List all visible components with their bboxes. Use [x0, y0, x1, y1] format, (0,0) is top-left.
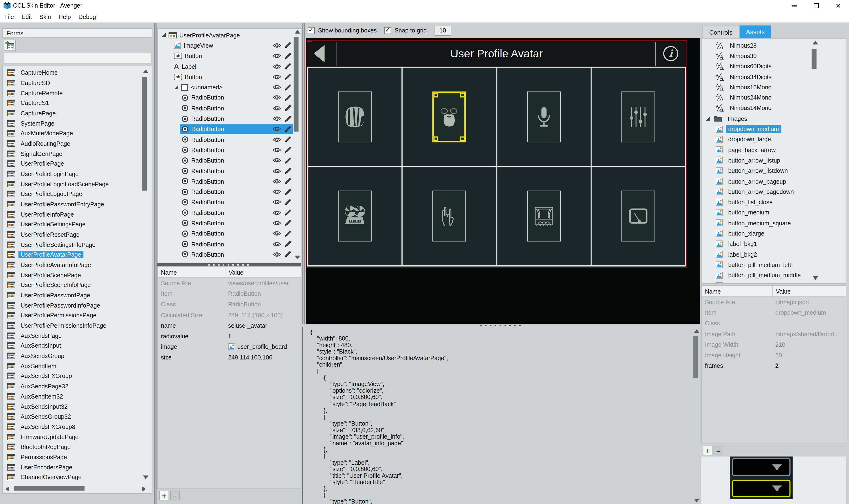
forms-search-input[interactable]	[4, 53, 151, 64]
selection-handle[interactable]	[460, 136, 465, 141]
visibility-eye-icon[interactable]	[273, 116, 281, 121]
remove-asset-button[interactable]: –	[714, 446, 723, 455]
visibility-eye-icon[interactable]	[273, 189, 281, 195]
selection-handle[interactable]	[434, 92, 439, 97]
asset-item[interactable]: Images	[702, 113, 846, 124]
avatar-tile[interactable]	[497, 68, 590, 166]
form-list-item[interactable]: UserProfileLoginLoadScenePage	[3, 179, 152, 189]
asset-item[interactable]: button_arrow_pagedown	[702, 186, 846, 197]
tab-assets[interactable]: Assets	[740, 25, 771, 38]
visibility-eye-icon[interactable]	[273, 95, 281, 101]
remove-element-button[interactable]: –	[170, 490, 180, 500]
expander-icon[interactable]	[161, 33, 166, 37]
asset-item[interactable]: page_back_arrow	[702, 145, 846, 155]
tree-scroll-up-icon[interactable]	[295, 30, 300, 34]
tree-properties-splitter[interactable]	[157, 263, 301, 267]
tree-item[interactable]: RadioButton	[158, 249, 301, 260]
form-list-item[interactable]: UserProfilePasswordInfoPage	[3, 300, 152, 310]
tree-scroll-down-icon[interactable]	[295, 256, 300, 259]
form-list-item[interactable]: UserProfilePermissionsInfoPage	[3, 320, 152, 330]
grid-size-input[interactable]: 10	[434, 25, 451, 36]
visibility-eye-icon[interactable]	[273, 43, 281, 48]
form-list-item[interactable]: PermissionsPage	[3, 452, 152, 462]
form-list-item[interactable]: AuxSendsFXGroup	[3, 371, 152, 381]
forms-hscrollbar-thumb[interactable]	[14, 486, 84, 491]
code-view[interactable]: { "width": 800, "height": 480, "style": …	[302, 327, 700, 504]
forms-scrollbar-thumb[interactable]	[142, 77, 147, 191]
form-list-item[interactable]: UserProfileSettingsInfoPage	[3, 239, 152, 250]
asset-item[interactable]: button_medium_square	[702, 218, 846, 228]
code-scrollbar-thumb[interactable]	[693, 336, 698, 378]
visibility-eye-icon[interactable]	[273, 252, 281, 257]
edit-pencil-icon[interactable]	[284, 178, 291, 185]
edit-pencil-icon[interactable]	[284, 188, 291, 195]
tree-item[interactable]: RadioButton	[158, 145, 301, 155]
expander-icon[interactable]	[174, 85, 178, 89]
form-list-item[interactable]: SystemPage	[3, 118, 152, 128]
tree-scrollbar-thumb[interactable]	[294, 37, 299, 131]
form-list-item[interactable]: CaptureS1	[3, 98, 152, 108]
tree-item[interactable]: RadioButton	[158, 176, 301, 186]
form-list-item[interactable]: CapturePage	[3, 108, 152, 118]
canvas-code-splitter[interactable]	[302, 324, 700, 327]
edit-pencil-icon[interactable]	[284, 115, 291, 122]
edit-pencil-icon[interactable]	[284, 230, 291, 237]
visibility-eye-icon[interactable]	[273, 85, 281, 90]
property-row[interactable]: radiovalue 1	[158, 331, 301, 341]
form-list-item[interactable]: CaptureSD	[3, 78, 152, 88]
snap-to-grid-checkbox[interactable]	[384, 27, 391, 34]
visibility-eye-icon[interactable]	[273, 241, 281, 247]
avatar-tile[interactable]	[308, 167, 402, 265]
asset-item[interactable]: AA Nimbus30	[702, 51, 846, 61]
edit-pencil-icon[interactable]	[284, 167, 291, 175]
form-list-item[interactable]: AuxSendsPage	[3, 330, 152, 341]
panel-splitter[interactable]	[154, 23, 157, 504]
visibility-eye-icon[interactable]	[273, 105, 281, 111]
form-list-item[interactable]: UserProfileAvatarPage	[3, 250, 152, 260]
form-list-item[interactable]: AuxSendItem	[3, 361, 152, 371]
assets-scrollbar-thumb[interactable]	[812, 49, 816, 69]
form-list-item[interactable]: UserProfilePermissionsPage	[3, 310, 152, 321]
avatar-tile[interactable]	[591, 68, 685, 166]
edit-pencil-icon[interactable]	[284, 251, 291, 258]
property-row[interactable]: size 249,114,100,100	[158, 352, 301, 363]
asset-item[interactable]: AA Nimbus60Digits	[702, 61, 846, 71]
form-list-item[interactable]: AuxSendsGroup	[3, 351, 152, 361]
avatar-tile[interactable]	[403, 68, 496, 166]
avatar-tile[interactable]	[497, 167, 590, 265]
tree-item[interactable]: RadioButton	[158, 186, 301, 197]
form-list-item[interactable]: UserEncodersPage	[3, 462, 152, 472]
tree-item[interactable]: RadioButton	[158, 134, 301, 145]
form-list-item[interactable]: UserProfileLoginPage	[3, 169, 152, 179]
asset-item[interactable]: button_medium	[702, 207, 846, 218]
expander-icon[interactable]	[706, 116, 710, 121]
tree-item[interactable]: RadioButton	[158, 239, 301, 249]
tree-item[interactable]: RadioButton	[158, 113, 301, 124]
form-list-item[interactable]: AuxSendsFXGroup8	[3, 421, 152, 432]
property-row[interactable]: Item dropdown_medium	[702, 307, 846, 318]
canvas-viewport[interactable]: User Profile Avatar i	[306, 38, 700, 324]
edit-pencil-icon[interactable]	[284, 126, 291, 133]
tree-item[interactable]: RadioButton	[158, 155, 301, 166]
visibility-eye-icon[interactable]	[273, 137, 281, 142]
asset-item[interactable]: button_arrow_pageup	[702, 176, 846, 186]
property-row[interactable]: Class	[702, 318, 846, 329]
edit-pencil-icon[interactable]	[284, 220, 291, 227]
edit-pencil-icon[interactable]	[284, 42, 291, 49]
tab-controls[interactable]: Controls	[702, 25, 740, 38]
maximize-button[interactable]	[807, 0, 825, 11]
menu-item[interactable]: Help	[55, 14, 75, 20]
visibility-eye-icon[interactable]	[273, 74, 281, 79]
edit-pencil-icon[interactable]	[284, 209, 291, 216]
property-row[interactable]: Image Height 60	[702, 350, 846, 360]
visibility-eye-icon[interactable]	[273, 220, 281, 226]
tree-item[interactable]: RadioButton	[158, 124, 301, 134]
asset-item[interactable]: button_list_close	[702, 197, 846, 207]
asset-item[interactable]	[702, 280, 846, 284]
assets-scroll-down-icon[interactable]	[813, 276, 818, 280]
form-list-item[interactable]: UserProfileResetPage	[3, 229, 152, 239]
property-row[interactable]: image user_profile_beard	[158, 341, 301, 352]
assets-scroll-up-icon[interactable]	[813, 40, 818, 44]
edit-pencil-icon[interactable]	[284, 52, 291, 59]
edit-pencil-icon[interactable]	[284, 94, 291, 101]
